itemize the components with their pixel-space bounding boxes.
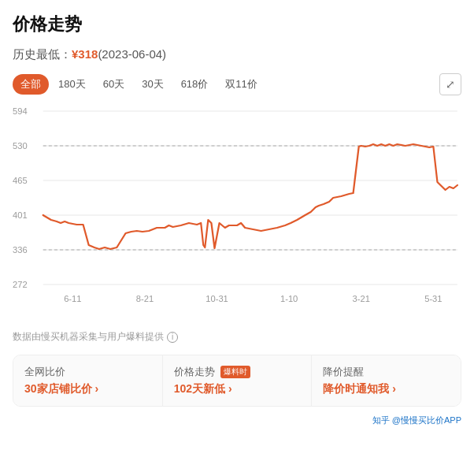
svg-text:10-31: 10-31 [206, 294, 228, 303]
card-price-trend-title: 价格走势 爆料时 [174, 365, 301, 379]
svg-text:6-11: 6-11 [64, 294, 81, 303]
svg-text:465: 465 [13, 176, 28, 185]
svg-text:1-10: 1-10 [280, 294, 298, 303]
card-price-compare-title: 全网比价 [24, 365, 151, 379]
svg-text:3-21: 3-21 [353, 294, 370, 303]
svg-text:336: 336 [13, 245, 28, 255]
tab-bar: 全部 180天 60天 30天 618价 双11价 ⤢ [13, 73, 461, 95]
info-icon[interactable]: i [167, 332, 178, 343]
card-price-compare[interactable]: 全网比价 30家店铺比价 › [13, 355, 163, 406]
svg-text:594: 594 [13, 106, 28, 116]
svg-text:530: 530 [13, 141, 28, 151]
svg-text:5-31: 5-31 [424, 294, 442, 303]
svg-text:401: 401 [13, 210, 28, 220]
historical-low-price: ¥318 [72, 47, 98, 61]
historical-low-label: 历史最低： [13, 47, 72, 61]
tab-30[interactable]: 30天 [134, 74, 171, 95]
chart-area: 594 530 465 401 336 272 6-11 8-21 10-31 … [13, 103, 461, 324]
tab-180[interactable]: 180天 [50, 74, 94, 95]
card-price-alert-title: 降价提醒 [323, 365, 450, 379]
price-chart: 594 530 465 401 336 272 6-11 8-21 10-31 … [13, 103, 461, 324]
page-title: 价格走势 [13, 13, 461, 36]
card-price-trend[interactable]: 价格走势 爆料时 102天新低 › [163, 355, 313, 406]
svg-text:8-21: 8-21 [136, 294, 154, 303]
tab-all[interactable]: 全部 [13, 74, 49, 95]
card-price-alert[interactable]: 降价提醒 降价时通知我 › [312, 355, 461, 406]
footer-text: 知乎 @慢慢买比价APP [372, 415, 461, 425]
footer-brand: 知乎 @慢慢买比价APP [13, 415, 461, 426]
historical-low-date: (2023-06-04) [98, 47, 166, 61]
tab-double11[interactable]: 双11价 [217, 74, 265, 95]
data-source-text: 数据由慢买机器采集与用户爆料提供 [13, 330, 164, 344]
badge-baoliao: 爆料时 [220, 366, 250, 378]
data-source: 数据由慢买机器采集与用户爆料提供 i [13, 330, 461, 344]
card-price-trend-value[interactable]: 102天新低 › [174, 382, 301, 396]
card-price-compare-value[interactable]: 30家店铺比价 › [24, 382, 151, 396]
tab-60[interactable]: 60天 [95, 74, 132, 95]
svg-text:272: 272 [13, 280, 28, 289]
bottom-cards: 全网比价 30家店铺比价 › 价格走势 爆料时 102天新低 › 降价提醒 降价… [13, 355, 461, 407]
tab-618[interactable]: 618价 [173, 74, 217, 95]
expand-button[interactable]: ⤢ [439, 73, 461, 95]
historical-low: 历史最低：¥318(2023-06-04) [13, 47, 461, 62]
card-price-alert-value[interactable]: 降价时通知我 › [323, 382, 450, 396]
